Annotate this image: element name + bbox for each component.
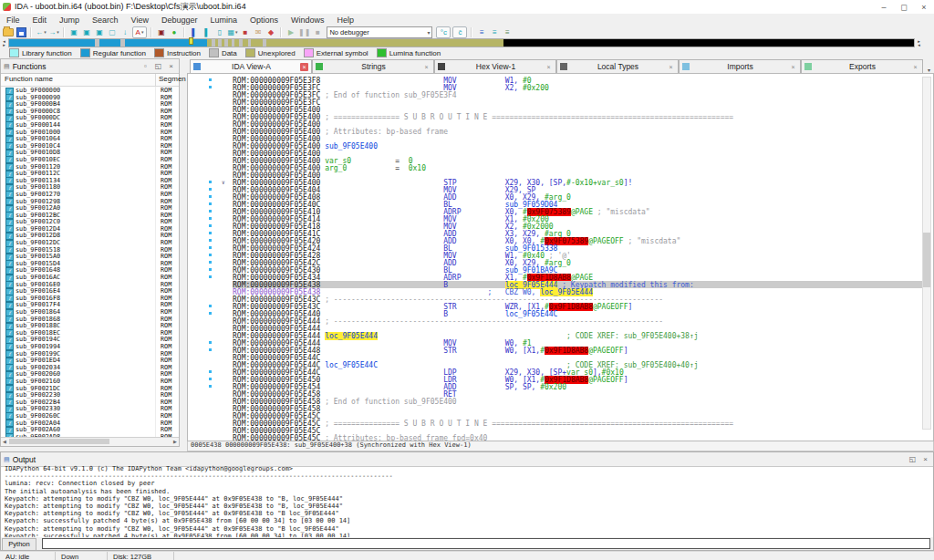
debug-marker-red[interactable]: ■ bbox=[240, 27, 251, 37]
disasm-line[interactable]: ROM:000000009F05E3FC ; End of function s… bbox=[192, 91, 922, 99]
disasm-line[interactable]: ROM:000000009F05E444 MOV W0, #1 bbox=[192, 339, 922, 347]
disasm-line[interactable]: ROM:000000009F05E400 ; =============== S… bbox=[192, 113, 922, 120]
maximize-button[interactable]: ◻ bbox=[894, 1, 914, 14]
snapshot-button[interactable]: ▣ bbox=[156, 27, 167, 37]
navigate-back-button[interactable]: ←▾ bbox=[36, 27, 47, 37]
vscroll-thumb[interactable] bbox=[923, 233, 930, 287]
disasm-line[interactable]: ROM:000000009F05E45C ; =============== S… bbox=[192, 420, 922, 427]
disasm-line[interactable]: ROM:000000009F05E434 ADRP X1, #0x9F1D8AB… bbox=[192, 274, 922, 281]
function-row[interactable]: fsub_9F0012BCROM bbox=[1, 212, 179, 219]
output-close-icon[interactable]: × bbox=[920, 455, 930, 463]
hscroll-thumb[interactable] bbox=[9, 439, 109, 444]
tab-exports[interactable]: Exports× bbox=[801, 59, 923, 73]
column-segment[interactable]: Segmen bbox=[159, 75, 186, 83]
disasm-line[interactable]: ROM:000000009F05E408 ADD X0, X29, #arg_0 bbox=[192, 193, 922, 201]
disasm-line[interactable]: ROM:000000009F05E400 arg_0 = 0x10 bbox=[192, 164, 922, 171]
pause-process-button[interactable]: ❚❚ bbox=[298, 27, 310, 37]
tab-local-types[interactable]: Local Types× bbox=[556, 59, 679, 73]
stop-diamond-button[interactable]: ◆ bbox=[265, 27, 276, 37]
disasm-line[interactable]: ROM:000000009F05E45C ; Attributes: bp-ba… bbox=[192, 434, 922, 441]
database-button-4[interactable]: ▢ bbox=[107, 27, 118, 37]
disasm-line[interactable]: ROM:000000009F05E458 bbox=[192, 405, 922, 412]
disasm-line[interactable]: ROM:000000009F05E438 B loc_9F05E444 ; Ke… bbox=[192, 281, 922, 288]
debugger-option-button-1[interactable]: °c bbox=[436, 26, 451, 38]
disasm-line[interactable]: ROM:000000009F05E450 LDR W0, [X1,#0x9F1D… bbox=[192, 376, 922, 383]
debugger-select[interactable]: No debugger▾ bbox=[327, 26, 432, 38]
menu-view[interactable]: View bbox=[125, 14, 155, 26]
menu-edit[interactable]: Edit bbox=[26, 14, 54, 26]
disasm-line[interactable]: ROM:000000009F05E45C bbox=[192, 412, 922, 420]
functions-hscrollbar[interactable]: ◀ ▶ bbox=[1, 437, 179, 446]
function-row[interactable]: fsub_9F0000C8ROM bbox=[1, 108, 179, 115]
function-row[interactable]: fsub_9F000090ROM bbox=[1, 94, 179, 101]
functions-close-icon[interactable]: × bbox=[166, 62, 176, 70]
disasm-line[interactable]: ROM:000000009F05E458 ; End of function s… bbox=[192, 398, 922, 405]
function-row[interactable]: fsub_9F002034ROM bbox=[1, 364, 179, 371]
menu-options[interactable]: Options bbox=[244, 14, 285, 26]
window-list-button-2[interactable]: ≡ bbox=[489, 27, 500, 37]
hscroll-right-arrow-icon[interactable]: ▶ bbox=[171, 438, 179, 445]
function-row[interactable]: fsub_9F001134ROM bbox=[1, 177, 179, 184]
disasm-line[interactable]: ROM:000000009F05E444 loc_9F05E444 ; CODE… bbox=[192, 332, 922, 339]
tab-close-icon[interactable]: × bbox=[300, 63, 308, 71]
function-row[interactable]: fsub_9F0010C4ROM bbox=[1, 142, 179, 150]
function-row[interactable]: fsub_9F00260CROM bbox=[1, 412, 179, 420]
function-row[interactable]: fsub_9F0018ECROM bbox=[1, 329, 179, 337]
function-row[interactable]: fsub_9F002230ROM bbox=[1, 391, 179, 399]
function-row[interactable]: fsub_9F0000B4ROM bbox=[1, 100, 179, 108]
jump-down-button[interactable]: ↓ bbox=[119, 27, 130, 37]
function-row[interactable]: fsub_9F001064ROM bbox=[1, 135, 179, 142]
function-row[interactable]: fsub_9F0016E0ROM bbox=[1, 281, 179, 288]
disasm-line[interactable]: ROM:000000009F05E3F8 MOV W1, #0 bbox=[192, 77, 922, 84]
disasm-line[interactable]: ROM:000000009F05E45C bbox=[192, 427, 922, 434]
disasm-line[interactable]: ROM:000000009F05E44C LDP X29, X30, [SP+v… bbox=[192, 368, 922, 376]
band-scroll-right-icon[interactable]: ▸◂ bbox=[915, 39, 923, 47]
tab-ida-view-a[interactable]: IDA View-A× bbox=[190, 59, 312, 73]
function-row[interactable]: fsub_9F0017F4ROM bbox=[1, 301, 179, 308]
disasm-line[interactable]: ∨ROM:000000009F05E400 STP X29, X30, [SP,… bbox=[192, 179, 922, 186]
hscroll-left-arrow-icon[interactable]: ◀ bbox=[1, 438, 8, 445]
function-row[interactable]: fsub_9F0015D4ROM bbox=[1, 260, 179, 267]
start-process-button[interactable]: ▶ bbox=[285, 27, 296, 37]
database-button-3[interactable]: ▣ bbox=[94, 27, 105, 37]
save-file-button[interactable] bbox=[16, 27, 26, 37]
function-row[interactable]: fsub_9F000144ROM bbox=[1, 121, 179, 129]
debug-marker-hollow[interactable]: ▯ bbox=[214, 27, 225, 37]
function-row[interactable]: fsub_9F0022B4ROM bbox=[1, 399, 179, 406]
disassembly-vscrollbar[interactable] bbox=[922, 77, 931, 430]
disasm-line[interactable]: ROM:000000009F05E3FC MOV X2, #0x200 bbox=[192, 84, 922, 91]
disasm-line[interactable]: ROM:000000009F05E458 RET bbox=[192, 390, 922, 398]
function-row[interactable]: fsub_9F0012DCROM bbox=[1, 239, 179, 246]
text-a-button[interactable]: A▾ bbox=[132, 26, 147, 38]
menu-lumina[interactable]: Lumina bbox=[203, 14, 244, 26]
tab-close-icon[interactable]: × bbox=[911, 63, 919, 71]
database-button-2[interactable]: ▣ bbox=[81, 27, 92, 37]
python-cli-tab[interactable]: Python bbox=[2, 538, 36, 550]
function-row[interactable]: fsub_9F0010ECROM bbox=[1, 156, 179, 163]
function-row[interactable]: fsub_9F00194CROM bbox=[1, 336, 179, 343]
function-row[interactable]: fsub_9F002060ROM bbox=[1, 370, 179, 378]
functions-float-icon[interactable]: ◱ bbox=[153, 62, 163, 70]
tab-close-icon[interactable]: × bbox=[667, 63, 675, 71]
function-row[interactable]: fsub_9F001994ROM bbox=[1, 343, 179, 350]
disasm-line[interactable]: ROM:000000009F05E448 STR W0, [X1,#0x9F1D… bbox=[192, 347, 922, 354]
tab-overflow-icon[interactable]: ▾ bbox=[924, 67, 934, 73]
disasm-line[interactable]: ROM:000000009F05E430 BL sub_9F01BA9C bbox=[192, 266, 922, 274]
tab-hex-view-1[interactable]: Hex View-1× bbox=[434, 59, 556, 73]
function-row[interactable]: fsub_9F001298ROM bbox=[1, 198, 179, 205]
menu-debugger[interactable]: Debugger bbox=[155, 14, 204, 26]
window-list-button-1[interactable]: ≡ bbox=[476, 27, 487, 37]
disasm-line[interactable]: ROM:000000009F05E438 ; CBZ W0, loc_9F05E… bbox=[192, 288, 922, 296]
function-row[interactable]: fsub_9F001270ROM bbox=[1, 191, 179, 198]
function-row[interactable]: fsub_9F001ED4ROM bbox=[1, 357, 179, 364]
disasm-line[interactable]: ROM:000000009F05E400 bbox=[192, 171, 922, 179]
debugger-option-button-2[interactable]: c̄ bbox=[452, 26, 467, 38]
tab-close-icon[interactable]: × bbox=[545, 63, 553, 71]
function-row[interactable]: fsub_9F0012C0ROM bbox=[1, 218, 179, 225]
function-row[interactable]: fsub_9F0016ACROM bbox=[1, 274, 179, 281]
band-scroll-left-icon[interactable]: ◂▸ bbox=[0, 39, 8, 47]
disasm-line[interactable]: ROM:000000009F05E42C ADD X0, X29, #arg_0 bbox=[192, 259, 922, 266]
debug-marker-blue[interactable]: ▌ bbox=[189, 27, 200, 37]
close-button[interactable]: × bbox=[914, 1, 934, 14]
tab-strings[interactable]: Strings× bbox=[312, 59, 434, 73]
